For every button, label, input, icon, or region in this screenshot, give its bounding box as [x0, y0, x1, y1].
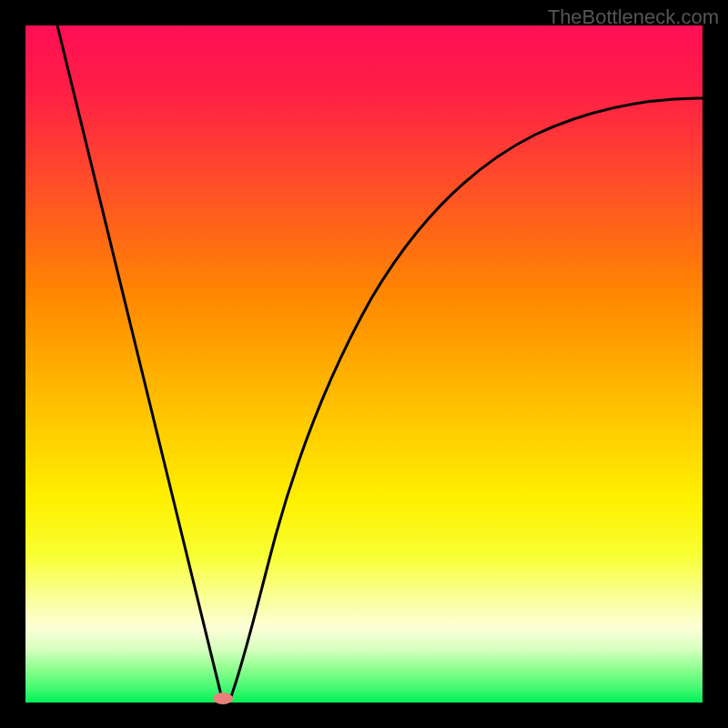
chart-area	[25, 25, 703, 703]
bottleneck-curve	[25, 25, 703, 703]
minimum-point-marker	[213, 693, 233, 704]
watermark-text: TheBottleneck.com	[548, 5, 719, 29]
